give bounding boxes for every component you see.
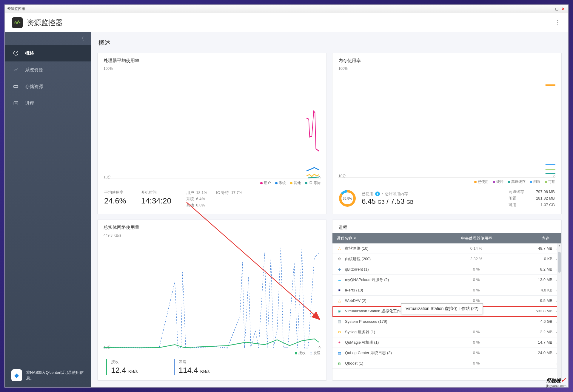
avg-usage-label: 平均使用率 [104,190,126,195]
window-titlebar: 资源监控器 — ▢ × [5,5,568,13]
process-icon: ☁ [337,277,342,283]
uptime-value: 14:34:20 [141,196,171,206]
info-icon[interactable]: i [375,192,380,196]
process-name: Qboost (1) [345,361,448,365]
process-icon: ▤ [337,350,342,356]
sidebar-item-overview[interactable]: 概述 [5,45,91,61]
card-memory-usage: 内存使用率 100% 10分 0 已 [332,53,562,214]
tx-label: 发送 [179,359,210,365]
process-table-header: 进程名称 ▾ 中央处理器使用率 内存 [332,233,561,243]
memory-stats: 85.8% 已使用 i / 总计可用内存 6.45 GB / 7.53 GB 高… [332,185,561,214]
table-row[interactable]: ■iPerf3 (10)0 %4.0 KB⌄ [332,285,561,296]
nav-label: 概述 [25,50,34,56]
network-legend: 接收 发送 [98,349,326,356]
process-mem: 14.7 MB [505,340,552,345]
main-content: 概述 处理器平均使用率 100% 10分 0 [91,32,568,387]
table-row[interactable]: △微软网络 (10)0.14 %48.7 MB⌄ [332,243,561,254]
sort-icon: ▾ [354,236,356,240]
sidebar-item-system-resources[interactable]: 系统资源 [5,61,91,78]
app-header: 资源监控器 ⋮ [5,13,568,32]
gauge-icon [13,50,19,56]
network-stats: 接收 12.4 KB/s 发送 114.4 KB/s [98,356,326,380]
page-title: 概述 [97,32,562,53]
table-row[interactable]: ▥System Processes (179)4.6 GB⌄ [332,317,561,327]
process-cpu: 0 % [448,267,505,271]
table-row[interactable]: ✉Syslog 服务器 (1)0 %2.2 MB⌄ [332,327,561,337]
process-icon: ◆ [337,267,342,272]
col-process-name[interactable]: 进程名称 ▾ [332,236,448,241]
nav-label: 系统资源 [25,67,43,73]
uptime-label: 开机时间 [141,190,171,195]
process-icon: ◉ [337,308,342,314]
process-mem: 4.0 KB [505,288,552,292]
sidebar-collapse-button[interactable]: 〈 [5,32,91,45]
chart-line-icon [13,67,19,73]
table-row[interactable]: ☁myQNAPcloud 云服务 (2)0 %13.9 MB⌄ [332,275,561,285]
process-mem: 48.7 MB [505,246,552,251]
network-chart: 449.3 KB/s 10分 0 [104,233,321,350]
sidebar-footer-notice[interactable]: ◆ 将NAS加入Q'center以记录使用信息。 [5,363,91,387]
table-row[interactable]: ⚙内核进程 (200)2.32 %0 KB⌄ [332,254,561,264]
memory-chart: 100% 10分 0 [338,67,555,178]
more-menu-button[interactable]: ⋮ [554,22,561,24]
process-cpu: 0 % [448,277,505,282]
scroll-thumb[interactable] [558,252,561,273]
process-name: WebDAV (2) [345,298,448,303]
process-icon: ✦ [337,340,342,345]
card-title: 内存使用率 [332,53,561,67]
process-icon: ◐ [337,361,342,366]
process-cpu: 0 % [448,330,505,334]
process-name: QuLog Center 系统日志 (3) [345,350,448,356]
sidebar-item-processes[interactable]: 进程 [5,95,91,112]
table-row[interactable]: ◐Qboost (1)0 %⌄ [332,358,561,369]
process-name: Syslog 服务器 (1) [345,329,448,335]
process-cpu: 0 % [448,288,505,292]
cpu-stats: 平均使用率 24.6% 开机时间 14:34:20 用户 18.1% 系统 6.… [98,186,326,214]
process-tooltip: Virtualization Station 虚拟化工作站 (22) [401,303,483,314]
list-icon [13,100,19,107]
avg-usage-value: 24.6% [104,196,126,206]
process-mem: 8.2 MB [505,267,552,271]
col-memory[interactable]: 内存 [505,236,561,241]
col-cpu-usage[interactable]: 中央处理器使用率 [448,236,505,241]
process-cpu: 0 % [448,361,505,365]
process-icon: △ [337,246,342,251]
table-row[interactable]: ▤QuLog Center 系统日志 (3)0 %24.0 MB⌄ [332,348,561,358]
card-title: 总实体网络使用量 [98,220,326,233]
memory-legend: 已使用 缓冲 高速缓存 闲置 可用 [332,178,561,185]
process-name: 微软网络 (10) [345,246,448,251]
app-title: 资源监控器 [27,18,63,27]
scroll-up-icon[interactable]: ▴ [557,243,561,248]
table-row[interactable]: ◆qBittorrent (1)0 %8.2 MB⌄ [332,264,561,275]
memory-donut-icon: 85.8% [339,190,356,207]
window-close-button[interactable]: × [560,6,566,12]
sidebar-item-storage-resources[interactable]: 存储资源 [5,78,91,95]
app-logo-icon [12,17,23,28]
process-mem: 13.9 MB [505,277,552,282]
sidebar: 〈 概述 系统资源 存储资源 进程 ◆ 将NAS加入Q'center以记录使用信… [5,32,91,387]
card-title: 处理器平均使用率 [98,53,326,67]
process-icon: ✉ [337,329,342,335]
process-name: System Processes (179) [345,319,448,324]
window-maximize-button[interactable]: ▢ [554,6,559,12]
process-name: qBittorrent (1) [345,267,448,271]
cpu-legend: 用户 系统 其他 IO 等待 [98,179,326,186]
process-name: QuMagie AI相册 (1) [345,340,448,345]
table-row[interactable]: ✦QuMagie AI相册 (1)0 %14.7 MB⌄ [332,337,561,348]
process-cpu: 2.32 % [448,257,505,261]
card-cpu-usage: 处理器平均使用率 100% 10分 0 [97,53,327,214]
process-cpu: 0.14 % [448,246,505,251]
process-icon: ■ [337,288,342,293]
process-icon: △ [337,298,342,303]
window-minimize-button[interactable]: — [547,6,553,12]
watermark: 经验啦✓ jingyanla.com [546,376,566,388]
card-network-usage: 总实体网络使用量 449.3 KB/s 10分 0 接收 发送 [97,220,327,381]
process-name: iPerf3 (10) [345,288,448,292]
sidebar-footer-text: 将NAS加入Q'center以记录使用信息。 [26,370,84,381]
nav-label: 存储资源 [25,84,43,89]
process-cpu: 0 % [448,340,505,345]
nav-label: 进程 [25,101,34,106]
process-scrollbar[interactable]: ▴ ▾ [557,243,561,381]
process-name: myQNAPcloud 云服务 (2) [345,277,448,283]
process-mem: 2.2 MB [505,330,552,334]
